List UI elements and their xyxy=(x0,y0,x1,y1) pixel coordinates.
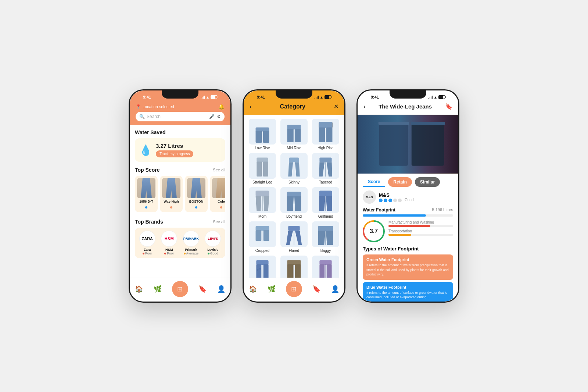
wf-value: 5.196 Litres xyxy=(432,207,453,213)
top-score-cards: 1956 D-T Way-High BOSTON xyxy=(135,176,225,214)
scan-icon-2: ⊞ xyxy=(291,285,297,293)
brand-dot-5 xyxy=(398,199,402,202)
svg-rect-14 xyxy=(257,161,262,177)
nav-tree-1[interactable]: 🌿 xyxy=(154,285,162,293)
nav-scan-1[interactable]: ⊞ xyxy=(172,281,188,297)
tab-similar[interactable]: Similar xyxy=(415,177,440,187)
brand-item-hm[interactable]: H&M H&M Poor xyxy=(160,231,179,255)
battery-icon-3 xyxy=(438,95,445,99)
category-mid-rise[interactable]: Mid Rise xyxy=(280,119,308,150)
location-left: 📍 Location selected xyxy=(136,104,174,109)
top-score-see-all[interactable]: See all xyxy=(213,168,225,172)
time-3: 9:41 xyxy=(371,95,379,99)
jeans-svg-boyfriend xyxy=(285,189,303,211)
category-girlfriend[interactable]: Girlfriend xyxy=(311,187,340,218)
brand-name-zara: Zara xyxy=(144,248,151,252)
category-cropped[interactable]: Cropped xyxy=(248,221,277,253)
filter-icon[interactable]: ⚙ xyxy=(217,114,221,119)
tab-retain[interactable]: Retain xyxy=(388,177,412,187)
svg-rect-38 xyxy=(256,230,262,241)
category-straight-leg[interactable]: Straight Leg xyxy=(248,153,277,184)
close-icon-2[interactable]: ✕ xyxy=(334,103,338,110)
status-icons-1: ▲ xyxy=(201,95,217,99)
category-img-high-rise xyxy=(312,119,339,145)
score-dot-1 xyxy=(170,206,172,209)
jeans-img-2 xyxy=(187,178,205,198)
bell-icon[interactable]: 🔔 xyxy=(218,104,225,110)
category-ripped[interactable]: Ripped xyxy=(248,256,277,278)
category-baggy[interactable]: Baggy xyxy=(311,221,340,253)
nav-person-1[interactable]: 👤 xyxy=(217,285,225,293)
nav-scan-2[interactable]: ⊞ xyxy=(286,281,302,297)
tab-score[interactable]: Score xyxy=(363,177,385,187)
jeans-svg-straight-leg xyxy=(253,155,272,177)
jeans-img-3 xyxy=(212,178,225,198)
category-skinny[interactable]: Skinny xyxy=(280,153,308,184)
nav-home-2[interactable]: 🏠 xyxy=(249,285,257,293)
svg-marker-27 xyxy=(263,196,269,211)
brand-dot-3 xyxy=(388,199,392,202)
top-brands-see-all[interactable]: See all xyxy=(213,220,225,224)
score-card-2[interactable]: BOSTON xyxy=(185,176,208,212)
jeans-img-1 xyxy=(162,178,180,198)
track-progress-button[interactable]: Track my progress xyxy=(156,150,193,157)
search-bar[interactable]: 🔍 Search 🎤 ⚙ xyxy=(136,112,225,121)
category-dirty-washed[interactable]: Dirty Washed xyxy=(280,256,308,278)
svg-rect-39 xyxy=(263,230,269,241)
svg-rect-15 xyxy=(263,161,268,177)
category-tinted[interactable]: Tinted xyxy=(311,256,340,278)
svg-rect-57 xyxy=(295,264,301,278)
svg-marker-47 xyxy=(326,231,333,245)
category-mom[interactable]: Mom xyxy=(248,187,277,218)
brand-item-zara[interactable]: ZARA Zara Poor xyxy=(138,231,157,255)
phones-container: 9:41 ▲ 📍 Location selected xyxy=(129,89,459,303)
bottom-nav-1: 🏠 🌿 ⊞ 🔖 👤 xyxy=(130,278,230,302)
svg-marker-18 xyxy=(288,162,293,177)
mic-icon[interactable]: 🎤 xyxy=(209,114,215,119)
nav-tree-2[interactable]: 🌿 xyxy=(268,285,276,293)
score-card-0[interactable]: 1956 D-T xyxy=(135,176,158,212)
green-fc-desc: It refers to the amount of water from pr… xyxy=(366,263,449,277)
time-2: 9:41 xyxy=(257,95,265,99)
brand-name-hm: H&M xyxy=(165,248,173,252)
svg-rect-67 xyxy=(411,122,445,125)
svg-rect-61 xyxy=(327,264,332,278)
score-card-name-0: 1956 D-T xyxy=(137,200,155,203)
bookmark-header-icon[interactable]: 🔖 xyxy=(445,103,452,110)
category-name-straight-leg: Straight Leg xyxy=(252,180,272,184)
brand-dot-2 xyxy=(384,199,387,202)
brand-item-primark[interactable]: PRIMARK Primark Average xyxy=(182,231,201,255)
category-low-rise[interactable]: Low Rise xyxy=(248,119,277,150)
category-high-rise[interactable]: High Rise xyxy=(311,119,340,150)
score-dot-3 xyxy=(220,206,222,209)
back-icon-3[interactable]: ‹ xyxy=(363,103,365,110)
nav-person-2[interactable]: 👤 xyxy=(331,285,339,293)
top-score-title: Top Score xyxy=(135,167,159,173)
back-icon-2[interactable]: ‹ xyxy=(250,103,251,110)
nav-bookmark-1[interactable]: 🔖 xyxy=(198,285,207,293)
score-card-3[interactable]: Cole xyxy=(210,176,225,212)
location-label: Location selected xyxy=(143,104,174,109)
category-flared[interactable]: Flared xyxy=(280,221,308,253)
jeans-svg-mom xyxy=(253,189,272,211)
top-brands-title: Top Brands xyxy=(135,219,163,225)
svg-rect-5 xyxy=(287,129,294,142)
svg-marker-31 xyxy=(294,196,301,211)
svg-rect-56 xyxy=(287,264,293,278)
svg-marker-26 xyxy=(256,196,262,211)
category-boyfriend[interactable]: Boyfriend xyxy=(280,187,308,218)
category-name-skinny: Skinny xyxy=(288,180,300,184)
score-card-1[interactable]: Way-High xyxy=(160,176,183,212)
category-tapered[interactable]: Tapered xyxy=(311,153,340,184)
brand-score-primark: Average xyxy=(184,252,198,255)
category-title: Category xyxy=(280,103,305,110)
category-name-tapered: Tapered xyxy=(319,180,332,184)
nav-bookmark-2[interactable]: 🔖 xyxy=(312,285,320,293)
svg-rect-37 xyxy=(256,226,269,231)
product-svg xyxy=(358,115,458,174)
brand-item-levis[interactable]: LEVI'S Levis's Good xyxy=(204,231,223,255)
category-img-tapered xyxy=(312,153,339,179)
green-footprint-card: Green Water Footprint It refers to the a… xyxy=(363,254,453,280)
nav-home-1[interactable]: 🏠 xyxy=(135,285,143,293)
water-info: 3.27 Litres Track my progress xyxy=(156,143,221,157)
